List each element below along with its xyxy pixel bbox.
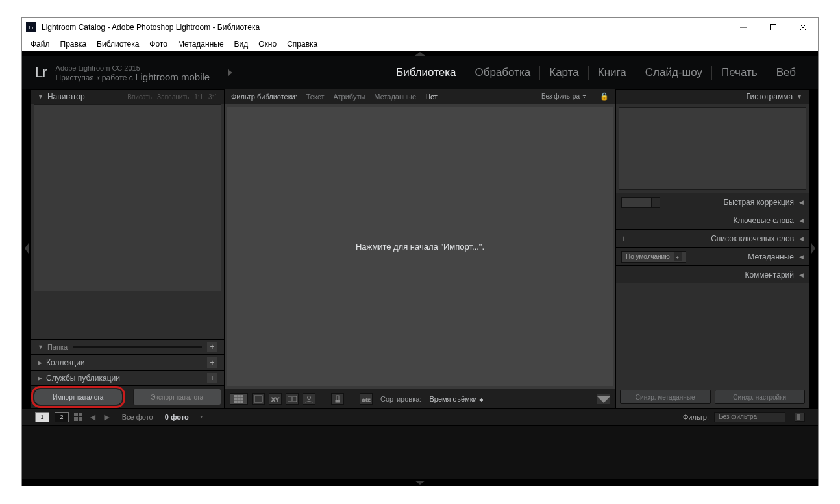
svg-rect-13	[254, 396, 262, 402]
module-map[interactable]: Карта	[540, 66, 589, 80]
menu-help[interactable]: Справка	[282, 38, 322, 50]
collections-header[interactable]: ▶ Коллекции +	[31, 355, 224, 370]
svg-rect-4	[234, 395, 237, 397]
identity-line2[interactable]: Приступая к работе с Lightroom mobile	[56, 73, 210, 82]
identity-menu-icon[interactable]	[228, 69, 232, 76]
sync-settings-button[interactable]: Синхр. настройки	[715, 390, 806, 404]
module-print[interactable]: Печать	[712, 66, 767, 80]
folders-add-icon[interactable]: +	[207, 342, 217, 352]
menu-edit[interactable]: Правка	[56, 38, 92, 50]
quick-develop-stepper[interactable]	[621, 197, 660, 208]
grid-view[interactable]: Нажмите для начала "Импорт...".	[227, 107, 613, 386]
close-button[interactable]	[788, 18, 818, 37]
filter-text[interactable]: Текст	[306, 93, 325, 101]
view-grid-button[interactable]	[230, 393, 248, 405]
nav-back-button[interactable]: ◄	[88, 412, 97, 422]
metadata-header[interactable]: По умолчанию≑ Метаданные ◀	[616, 247, 809, 265]
grid-shortcut-icon[interactable]	[74, 413, 83, 422]
lr-logo: Lr	[35, 64, 47, 81]
navigator-preview[interactable]	[34, 104, 221, 291]
maximize-button[interactable]	[758, 18, 788, 37]
module-picker: Библиотека Обработка Карта Книга Слайд-ш…	[387, 66, 805, 80]
collections-add-icon[interactable]: +	[207, 357, 217, 368]
filmstrip[interactable]	[22, 425, 818, 479]
svg-rect-16	[293, 396, 297, 402]
top-panel-toggle[interactable]	[22, 51, 818, 56]
toolbar-menu-button[interactable]	[597, 394, 610, 404]
publish-header[interactable]: ▶ Службы публикации +	[31, 370, 224, 386]
module-book[interactable]: Книга	[589, 66, 636, 80]
photo-count: 0 фото	[165, 413, 189, 421]
source-menu-icon[interactable]: ▼	[199, 414, 204, 419]
svg-rect-18	[336, 396, 339, 400]
module-web[interactable]: Веб	[767, 66, 805, 80]
right-panel-toggle[interactable]	[809, 89, 818, 408]
view-compare-button[interactable]: XY	[269, 393, 282, 405]
nav-fit[interactable]: Вписать	[127, 93, 152, 101]
identity-plate: Lr Adobe Lightroom CC 2015 Приступая к р…	[22, 56, 818, 89]
filmstrip-filter-label: Фильтр:	[683, 413, 709, 421]
nav-1to1[interactable]: 1:1	[194, 93, 203, 101]
folders-header[interactable]: ▼ Папка +	[31, 339, 224, 355]
center-area: Фильтр библиотеки: Текст Атрибуты Метада…	[225, 89, 615, 408]
svg-rect-19	[336, 400, 340, 402]
import-hint: Нажмите для начала "Импорт...".	[356, 242, 484, 252]
menu-view[interactable]: Вид	[230, 38, 253, 50]
library-filter-bar: Фильтр библиотеки: Текст Атрибуты Метада…	[225, 89, 615, 104]
menu-window[interactable]: Окно	[254, 38, 281, 50]
toolbar: XY a↕z Сортировка: Время съёмки ≑	[225, 389, 615, 408]
comments-header[interactable]: Комментарий ◀	[616, 265, 809, 283]
svg-text:XY: XY	[271, 396, 279, 403]
filter-metadata[interactable]: Метаданные	[374, 93, 416, 101]
plus-icon[interactable]: +	[621, 234, 626, 244]
menu-metadata[interactable]: Метаданные	[173, 38, 229, 50]
menu-library[interactable]: Библиотека	[92, 38, 143, 50]
painter-tool-button[interactable]	[331, 393, 344, 405]
svg-rect-9	[241, 398, 243, 400]
filmstrip-filter-dropdown[interactable]: Без фильтра	[714, 412, 785, 422]
chevron-left-icon: ◀	[799, 272, 804, 278]
primary-monitor-button[interactable]: 1	[35, 412, 49, 422]
secondary-monitor-button[interactable]: 2	[55, 412, 69, 422]
sort-direction-button[interactable]: a↕z	[360, 393, 373, 405]
nav-3to1[interactable]: 3:1	[208, 93, 217, 101]
left-panels: ▼ Навигатор Вписать Заполнить 1:1 3:1 ▼ …	[31, 89, 225, 408]
module-slideshow[interactable]: Слайд-шоу	[636, 66, 712, 80]
source-label[interactable]: Все фото	[122, 413, 153, 421]
histogram-header[interactable]: Гистограмма ▼	[616, 89, 809, 104]
chevron-down-icon: ▼	[797, 93, 802, 100]
filter-attributes[interactable]: Атрибуты	[333, 93, 365, 101]
keywording-header[interactable]: Ключевые слова ◀	[616, 211, 809, 229]
sync-metadata-button[interactable]: Синхр. метаданные	[620, 390, 711, 404]
quick-develop-header[interactable]: Быстрая коррекция ◀	[616, 193, 809, 211]
module-develop[interactable]: Обработка	[465, 66, 540, 80]
keyword-list-header[interactable]: + Список ключевых слов ◀	[616, 229, 809, 247]
nav-forward-button[interactable]: ►	[103, 412, 112, 422]
sort-label: Сортировка:	[380, 395, 421, 403]
app-body: Lr Adobe Lightroom CC 2015 Приступая к р…	[22, 51, 818, 486]
view-survey-button[interactable]	[286, 393, 299, 405]
chevron-down-icon: ▼	[38, 93, 43, 100]
filter-switch[interactable]	[795, 413, 805, 422]
menu-file[interactable]: Файл	[26, 38, 55, 50]
filter-preset-dropdown[interactable]: Без фильтра≑	[541, 93, 587, 100]
import-catalog-button[interactable]: Импорт каталога	[34, 389, 123, 405]
menu-photo[interactable]: Фото	[145, 38, 172, 50]
minimize-button[interactable]	[728, 18, 758, 37]
module-library[interactable]: Библиотека	[387, 66, 465, 80]
export-catalog-button[interactable]: Экспорт каталога	[133, 389, 222, 405]
navigator-header[interactable]: ▼ Навигатор Вписать Заполнить 1:1 3:1	[31, 89, 224, 104]
chevron-left-icon: ◀	[799, 235, 804, 242]
metadata-preset-dropdown[interactable]: По умолчанию≑	[621, 251, 686, 263]
publish-add-icon[interactable]: +	[207, 373, 217, 383]
bottom-panel-toggle[interactable]	[22, 479, 818, 486]
svg-rect-12	[241, 401, 243, 403]
view-loupe-button[interactable]	[252, 393, 265, 405]
view-people-button[interactable]	[303, 393, 315, 405]
filter-none[interactable]: Нет	[425, 93, 438, 101]
nav-fill[interactable]: Заполнить	[157, 93, 189, 101]
lock-icon[interactable]: 🔒	[600, 92, 609, 101]
chevron-left-icon: ◀	[799, 199, 804, 206]
sort-dropdown[interactable]: Время съёмки ≑	[429, 395, 483, 403]
left-panel-toggle[interactable]	[22, 89, 31, 408]
